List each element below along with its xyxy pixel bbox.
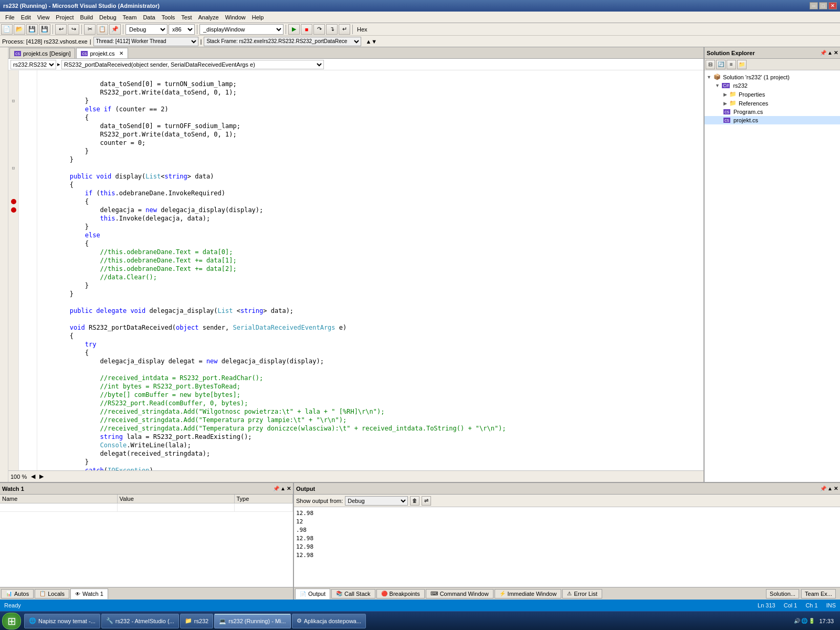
- paste-btn[interactable]: 📌: [109, 24, 121, 35]
- se-float-btn[interactable]: ▲: [827, 50, 833, 56]
- se-projekt-cs[interactable]: cs projekt.cs: [705, 116, 840, 124]
- stop-debug-btn[interactable]: ■: [301, 24, 312, 35]
- se-program-cs[interactable]: cs Program.cs: [705, 108, 840, 116]
- tray-icon-3[interactable]: 🔋: [808, 618, 815, 624]
- menu-analyze[interactable]: Analyze: [195, 13, 222, 22]
- output-source-select[interactable]: Debug: [345, 496, 408, 506]
- output-actions: 📌 ▲ ✕: [820, 486, 838, 491]
- menu-build[interactable]: Build: [77, 13, 96, 22]
- se-properties[interactable]: ▶ 📁 Properties: [705, 90, 840, 99]
- platform-select[interactable]: x86 x64: [169, 24, 195, 35]
- tab-close-btn[interactable]: ✕: [119, 50, 123, 56]
- menu-edit[interactable]: Edit: [18, 13, 34, 22]
- se-refresh-btn[interactable]: 🔄: [716, 60, 726, 69]
- taskbar-btn-rs232-folder[interactable]: 📁 rs232: [180, 614, 214, 628]
- tab-solution-exp[interactable]: Solution...: [766, 589, 799, 598]
- debug-config-select[interactable]: Debug Release: [125, 24, 167, 35]
- errorlist-icon: ⚠: [567, 591, 572, 596]
- menu-debug[interactable]: Debug: [96, 13, 119, 22]
- tab-errorlist[interactable]: ⚠ Error List: [562, 589, 602, 598]
- se-references[interactable]: ▶ 📁 References: [705, 99, 840, 108]
- stack-select[interactable]: Stack Frame: rs232.exeIrs232.RS232.RS232…: [204, 37, 361, 46]
- taskbar-clock[interactable]: 17:33: [817, 618, 836, 624]
- watch-cell-name[interactable]: [0, 503, 117, 512]
- output-word-wrap-btn[interactable]: ⇌: [422, 496, 431, 506]
- tab-callstack[interactable]: 📚 Call Stack: [331, 589, 375, 598]
- taskbar-btn-app[interactable]: ⚙ Aplikacja dostepowa...: [292, 614, 366, 628]
- se-pin-btn[interactable]: 📌: [820, 50, 826, 56]
- se-solution[interactable]: ▼ 📦 Solution 'rs232' (1 project): [705, 72, 840, 81]
- maximize-button[interactable]: □: [819, 2, 827, 9]
- tray-icon-2[interactable]: 🌐: [801, 618, 807, 624]
- tab-command[interactable]: ⌨ Command Window: [426, 589, 494, 598]
- output-close[interactable]: ✕: [834, 486, 838, 491]
- taskbar-btn-temat[interactable]: 🌐 Napisz nowy temat -...: [24, 614, 100, 628]
- se-prop-btn[interactable]: ≡: [727, 60, 736, 69]
- tab-watch1[interactable]: 👁 Watch 1: [70, 589, 108, 599]
- redo-btn[interactable]: ↪: [68, 24, 79, 35]
- taskbar-btn-vs[interactable]: 💻 rs232 (Running) - Mi...: [214, 614, 290, 628]
- nav-right[interactable]: ▶: [39, 473, 44, 480]
- tab-team-exp[interactable]: Team Ex...: [801, 589, 836, 598]
- thread-select[interactable]: Thread: [4112] Worker Thread: [93, 37, 198, 46]
- watch-close[interactable]: ✕: [287, 486, 291, 491]
- menu-project[interactable]: Project: [52, 13, 77, 22]
- menu-window[interactable]: Window: [222, 13, 249, 22]
- tray-icon-1[interactable]: 🔊: [794, 618, 800, 624]
- menu-help[interactable]: Help: [249, 13, 267, 22]
- main-layout: cs projekt.cs [Design] cs projekt.cs ✕ r…: [0, 47, 840, 482]
- se-close-btn[interactable]: ✕: [834, 50, 838, 56]
- status-ch: Ch 1: [805, 602, 817, 608]
- output-float[interactable]: ▲: [827, 486, 833, 491]
- title-bar-buttons[interactable]: ─ □ ✕: [810, 2, 837, 9]
- menu-data[interactable]: Data: [140, 13, 158, 22]
- tab-autos[interactable]: 📊 Autos: [1, 589, 34, 598]
- menu-tools[interactable]: Tools: [159, 13, 178, 22]
- folder-label: rs232: [194, 618, 209, 624]
- save-all-btn[interactable]: 💾: [39, 24, 50, 35]
- method-select[interactable]: RS232_portDataReceived(object sender, Se…: [61, 60, 324, 69]
- copy-btn[interactable]: 📋: [97, 24, 108, 35]
- app-icon: ⚙: [297, 617, 302, 624]
- step-over-btn[interactable]: ↷: [313, 24, 325, 35]
- watch-float[interactable]: ▲: [280, 486, 286, 491]
- minimize-button[interactable]: ─: [810, 2, 818, 9]
- output-clear-btn[interactable]: 🗑: [410, 496, 419, 506]
- tab-code[interactable]: cs projekt.cs ✕: [76, 48, 128, 58]
- se-solution-arrow: ▼: [707, 75, 711, 80]
- code-editor[interactable]: ⊟ ⊟ data_toSend[0] = turnON_sodium_lamp;…: [8, 70, 704, 470]
- tab-breakpoints[interactable]: 🔴 Breakpoints: [376, 589, 425, 598]
- step-into-btn[interactable]: ↴: [326, 24, 338, 35]
- undo-btn[interactable]: ↩: [55, 24, 67, 35]
- tab-output[interactable]: 📄 Output: [295, 589, 330, 599]
- menu-test[interactable]: Test: [178, 13, 195, 22]
- close-button[interactable]: ✕: [828, 2, 837, 9]
- new-project-btn[interactable]: 📄: [1, 24, 13, 35]
- start-debug-btn[interactable]: ▶: [288, 24, 300, 35]
- tab-locals[interactable]: 📋 Locals: [35, 589, 69, 598]
- taskbar-btn-atmel[interactable]: 🔧 rs232 - AtmelStudio (...: [101, 614, 179, 628]
- nav-left[interactable]: ◀: [31, 473, 35, 480]
- tab-immediate[interactable]: ⚡ Immediate Window: [495, 589, 562, 598]
- temat-icon: 🌐: [29, 617, 36, 624]
- output-line-3: .98: [296, 526, 838, 534]
- step-out-btn[interactable]: ↵: [339, 24, 350, 35]
- tab-design[interactable]: cs projekt.cs [Design]: [9, 48, 75, 58]
- toolbar-arrows: ▲▼: [365, 38, 377, 45]
- open-btn[interactable]: 📂: [14, 24, 25, 35]
- output-pin[interactable]: 📌: [820, 486, 826, 491]
- se-project[interactable]: ▼ C# rs232: [705, 81, 840, 90]
- process-text: Process: [4128] rs232.vshost.exe: [2, 38, 88, 45]
- menu-team[interactable]: Team: [120, 13, 140, 22]
- watch-pin[interactable]: 📌: [273, 486, 279, 491]
- code-content[interactable]: data_toSend[0] = turnON_sodium_lamp; RS2…: [37, 70, 704, 470]
- se-files-btn[interactable]: 📁: [737, 60, 747, 69]
- target-select[interactable]: _displayWindow: [200, 24, 284, 35]
- save-btn[interactable]: 💾: [26, 24, 38, 35]
- se-collapse-btn[interactable]: ⊟: [706, 60, 715, 69]
- start-button[interactable]: ⊞: [2, 613, 21, 629]
- cut-btn[interactable]: ✂: [84, 24, 96, 35]
- menu-file[interactable]: File: [2, 13, 18, 22]
- class-select[interactable]: rs232.RS232: [10, 60, 56, 69]
- menu-view[interactable]: View: [34, 13, 53, 22]
